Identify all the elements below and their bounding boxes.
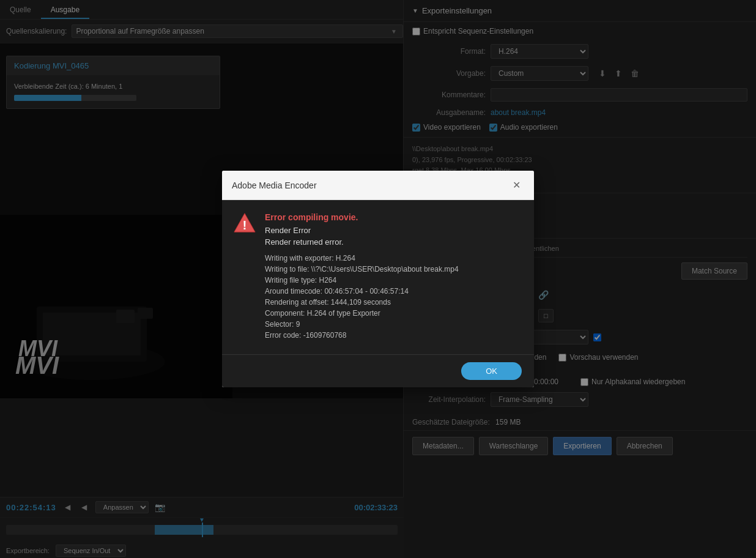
error-modal: Adobe Media Encoder ✕ ! Error compiling … — [222, 171, 534, 387]
modal-detail-1: Writing to file: \\?\C:\Users\USER\Deskt… — [265, 265, 522, 273]
modal-detail-4: Rendering at offset: 1444,109 seconds — [265, 298, 522, 307]
modal-overlay: Adobe Media Encoder ✕ ! Error compiling … — [0, 0, 756, 558]
ok-button[interactable]: OK — [461, 362, 522, 380]
modal-body: ! Error compiling movie. Render Error Re… — [222, 200, 534, 354]
modal-title: Adobe Media Encoder — [232, 180, 317, 190]
modal-detail-6: Selector: 9 — [265, 320, 522, 329]
modal-header: Adobe Media Encoder ✕ — [222, 171, 534, 200]
modal-detail-3: Around timecode: 00:46:57:04 - 00:46:57:… — [265, 287, 522, 296]
modal-detail-7: Error code: -1609760768 — [265, 331, 522, 340]
modal-footer: OK — [222, 354, 534, 387]
modal-detail-2: Writing file type: H264 — [265, 276, 522, 285]
modal-detail-0: Writing with exporter: H.264 — [265, 254, 522, 262]
modal-error-title: Error compiling movie. — [265, 212, 522, 222]
modal-error-sub1: Render Error — [265, 226, 522, 235]
modal-close-button[interactable]: ✕ — [509, 178, 524, 192]
modal-error-sub2: Render returned error. — [265, 237, 522, 247]
warning-icon: ! — [233, 211, 256, 234]
svg-text:!: ! — [243, 218, 247, 232]
modal-detail-5: Component: H.264 of type Exporter — [265, 309, 522, 318]
